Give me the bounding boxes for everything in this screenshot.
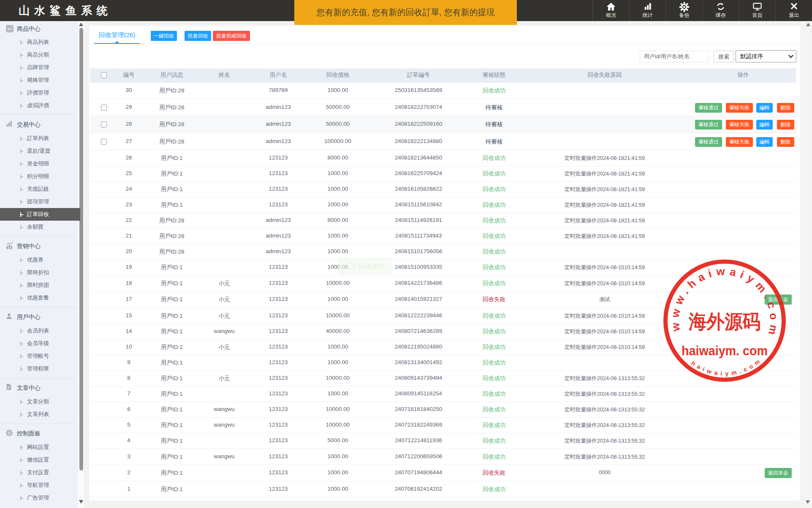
svg-text:haiwaiym. com: haiwaiym. com [682,343,768,358]
svg-text:海外源码: 海外源码 [688,311,760,332]
